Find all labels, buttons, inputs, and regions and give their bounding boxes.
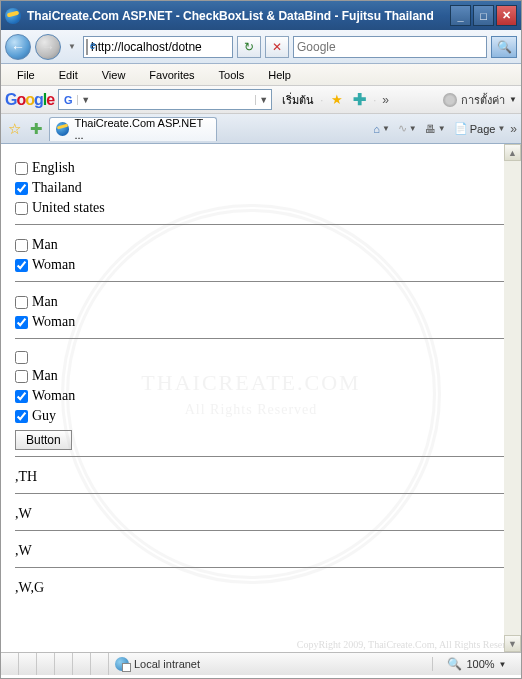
page-icon	[86, 39, 88, 55]
stop-button[interactable]: ✕	[265, 36, 289, 58]
submit-button[interactable]: Button	[15, 430, 72, 450]
page-menu-button[interactable]: 📄Page▼	[451, 118, 509, 140]
print-icon: 🖶	[425, 123, 436, 135]
checkbox-label: Guy	[32, 408, 56, 424]
google-g-icon: G	[59, 94, 77, 106]
address-bar[interactable]: ▼	[83, 36, 233, 58]
divider	[15, 456, 507, 457]
google-start-label[interactable]: เริ่มต้น	[282, 91, 314, 109]
back-button[interactable]: ←	[5, 34, 31, 60]
home-icon: ⌂	[373, 123, 380, 135]
page-icon: 📄	[454, 122, 468, 135]
add-favorite-icon[interactable]: ✚	[27, 120, 45, 138]
checkbox-input[interactable]	[15, 259, 28, 272]
checkbox-input[interactable]	[15, 351, 28, 364]
menu-favorites[interactable]: Favorites	[139, 67, 204, 83]
rss-icon: ∿	[398, 122, 407, 135]
checkbox-label: English	[32, 160, 75, 176]
checkbox-row: Man	[15, 366, 507, 386]
checkbox-label: United states	[32, 200, 105, 216]
checkbox-row: United states	[15, 198, 507, 218]
checkbox-label: Thailand	[32, 180, 82, 196]
checkbox-row: English	[15, 158, 507, 178]
refresh-button[interactable]: ↻	[237, 36, 261, 58]
page-label: Page	[470, 123, 496, 135]
checkbox-group: ManWoman	[15, 292, 507, 332]
google-settings-button[interactable]: การตั้งค่า ▼	[443, 91, 517, 109]
zoom-icon: 🔍	[447, 657, 462, 671]
menu-tools[interactable]: Tools	[209, 67, 255, 83]
google-combo-right-drop[interactable]: ▼	[255, 95, 271, 105]
checkbox-row	[15, 349, 507, 366]
nav-history-dropdown[interactable]: ▼	[65, 34, 79, 60]
menu-help[interactable]: Help	[258, 67, 301, 83]
window-titlebar: ThaiCreate.Com ASP.NET - CheckBoxList & …	[1, 1, 521, 30]
checkbox-label: Woman	[32, 388, 75, 404]
checkbox-input[interactable]	[15, 162, 28, 175]
navigation-bar: ← → ▼ ▼ ↻ ✕ 🔍	[1, 30, 521, 64]
checkbox-row: Thailand	[15, 178, 507, 198]
security-zone[interactable]: Local intranet	[109, 657, 433, 671]
search-input[interactable]	[297, 40, 483, 54]
minimize-button[interactable]: _	[450, 5, 471, 26]
google-search-combo[interactable]: G ▼ ▼	[58, 89, 272, 110]
chevron-down-icon: ▼	[499, 660, 507, 669]
print-button[interactable]: 🖶▼	[422, 118, 449, 140]
checkbox-group: ManWomanGuy	[15, 349, 507, 426]
scroll-up-button[interactable]: ▲	[504, 144, 521, 161]
more-chevron-icon[interactable]: »	[510, 122, 517, 136]
checkbox-input[interactable]	[15, 202, 28, 215]
checkbox-row: Man	[15, 235, 507, 255]
divider	[15, 530, 507, 531]
checkbox-input[interactable]	[15, 296, 28, 309]
checkbox-group: ManWoman	[15, 235, 507, 275]
home-button[interactable]: ⌂▼	[370, 118, 393, 140]
zone-label: Local intranet	[134, 658, 200, 670]
chevron-down-icon: ▼	[509, 95, 517, 104]
more-chevron-icon[interactable]: »	[382, 93, 389, 107]
result-line: ,W	[15, 504, 507, 524]
scroll-down-button[interactable]: ▼	[504, 635, 521, 652]
toolbar-separator: ·	[320, 94, 323, 106]
status-cell	[37, 653, 55, 675]
address-input[interactable]	[91, 38, 233, 56]
window-title: ThaiCreate.Com ASP.NET - CheckBoxList & …	[27, 9, 434, 23]
checkbox-input[interactable]	[15, 182, 28, 195]
toolbar-separator: ·	[373, 94, 376, 106]
close-button[interactable]: ✕	[496, 5, 517, 26]
checkbox-input[interactable]	[15, 316, 28, 329]
google-logo: Google	[5, 91, 54, 109]
checkbox-input[interactable]	[15, 239, 28, 252]
checkbox-input[interactable]	[15, 370, 28, 383]
forward-button[interactable]: →	[35, 34, 61, 60]
favorites-star-icon[interactable]: ☆	[5, 120, 23, 138]
checkbox-input[interactable]	[15, 410, 28, 423]
add-plus-icon[interactable]: ✚	[351, 92, 367, 108]
menu-edit[interactable]: Edit	[49, 67, 88, 83]
checkbox-row: Woman	[15, 255, 507, 275]
status-cell	[91, 653, 109, 675]
content-area: THAICREATE.COM All Rights Reserved Engli…	[1, 144, 521, 652]
menu-view[interactable]: View	[92, 67, 136, 83]
google-combo-left-drop[interactable]: ▼	[77, 95, 93, 105]
bookmark-star-icon[interactable]: ★	[329, 92, 345, 108]
browser-tab[interactable]: ThaiCreate.Com ASP.NET ...	[49, 117, 217, 141]
rss-button[interactable]: ∿▼	[395, 118, 420, 140]
search-button[interactable]: 🔍	[491, 36, 517, 58]
vertical-scrollbar[interactable]: ▲ ▼	[504, 144, 521, 652]
checkbox-input[interactable]	[15, 390, 28, 403]
status-cell	[73, 653, 91, 675]
tab-bar: ☆ ✚ ThaiCreate.Com ASP.NET ... ⌂▼ ∿▼ 🖶▼ …	[1, 114, 521, 144]
checkbox-label: Man	[32, 368, 58, 384]
google-search-input[interactable]	[93, 93, 255, 107]
maximize-button[interactable]: □	[473, 5, 494, 26]
divider	[15, 338, 507, 339]
divider	[15, 281, 507, 282]
divider	[15, 567, 507, 568]
search-box[interactable]	[293, 36, 487, 58]
menu-bar: File Edit View Favorites Tools Help	[1, 64, 521, 86]
checkbox-label: Man	[32, 237, 58, 253]
zoom-control[interactable]: 🔍 100% ▼	[433, 657, 521, 671]
wrench-icon	[443, 93, 457, 107]
menu-file[interactable]: File	[7, 67, 45, 83]
